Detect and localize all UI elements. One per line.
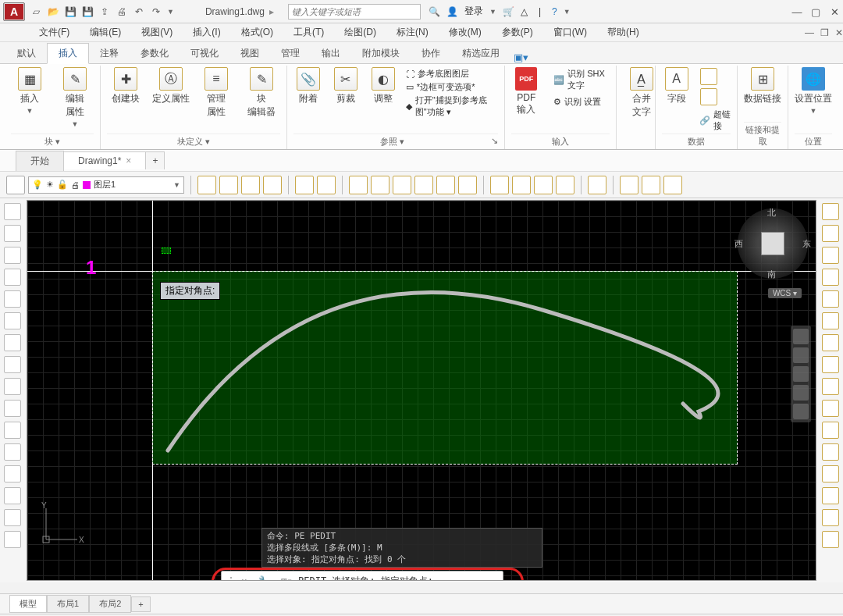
tb-c[interactable] [349, 176, 368, 194]
tb-j[interactable] [534, 176, 553, 194]
move-icon[interactable] [822, 203, 839, 220]
frame-options[interactable]: ▭*边框可变选项* [406, 81, 499, 93]
underlay-layers[interactable]: ⛶参考底图图层 [406, 68, 499, 80]
erase-icon[interactable] [822, 531, 839, 548]
menu-modify[interactable]: 修改(M) [449, 26, 482, 39]
stretch-icon[interactable] [822, 247, 839, 264]
tb-brush-icon[interactable] [588, 176, 606, 194]
ribbon-tab-param[interactable]: 参数化 [130, 44, 180, 63]
doc-minimize-icon[interactable]: — [805, 27, 814, 38]
ribbon-tab-manage[interactable]: 管理 [270, 44, 311, 63]
layer-props-icon[interactable] [6, 176, 25, 194]
spline2-icon[interactable] [4, 422, 21, 439]
search-icon[interactable]: 🔍 [429, 6, 440, 17]
ribbon-expand-icon[interactable]: ▣▾ [514, 52, 528, 63]
mirror-icon[interactable] [822, 269, 839, 286]
fillet-icon[interactable] [822, 465, 839, 482]
moveall-icon[interactable] [822, 334, 839, 351]
help-search-input[interactable] [288, 4, 421, 20]
login-label[interactable]: 登录 [464, 5, 483, 18]
extend-icon[interactable] [822, 422, 839, 439]
recognize-shx[interactable]: 🔤识别 SHX 文字 [553, 68, 610, 91]
offset-icon[interactable] [822, 290, 839, 308]
open-icon[interactable]: 📂 [47, 5, 59, 18]
field-button[interactable]: A字段 [662, 67, 692, 105]
minimize-icon[interactable]: — [791, 6, 802, 17]
polygon-icon[interactable] [4, 290, 21, 308]
merge-text-button[interactable]: A̲合并 文字 [623, 67, 660, 119]
web-save-icon[interactable]: ⇪ [98, 5, 111, 18]
pdf-import-button[interactable]: PDFPDF 输入 [511, 67, 541, 116]
plot-icon[interactable]: 🖨 [116, 5, 128, 18]
polyline-icon[interactable] [4, 225, 21, 242]
ribbon-tab-visualize[interactable]: 可视化 [180, 44, 229, 63]
tb-n[interactable] [663, 176, 682, 194]
ribbon-tab-annotate[interactable]: 注释 [89, 44, 130, 63]
scale-icon[interactable] [822, 378, 839, 395]
doc-close-icon[interactable]: ✕ [835, 27, 843, 38]
rectangle-icon[interactable] [4, 312, 21, 329]
hyperlink[interactable]: 🔗超链接 [699, 109, 731, 132]
arc2-icon[interactable] [4, 269, 21, 286]
tb-g[interactable] [458, 176, 477, 194]
app-icon[interactable]: △ [521, 6, 528, 17]
trim-icon[interactable] [822, 400, 839, 417]
file-tab-drawing1[interactable]: Drawing1* × [63, 151, 146, 169]
rotate-icon[interactable] [822, 356, 839, 373]
donut-icon[interactable] [4, 443, 21, 461]
ribbon-tab-collab[interactable]: 协作 [411, 44, 451, 63]
menu-help[interactable]: 帮助(H) [607, 26, 639, 39]
tb-h[interactable] [490, 176, 509, 194]
wcs-label[interactable]: WCS ▾ [768, 288, 802, 298]
block-editor-button[interactable]: ✎块 编辑器 [243, 67, 280, 119]
insert-block-button[interactable]: ▦插入▼ [11, 67, 48, 115]
tb-a[interactable] [295, 176, 314, 194]
maximize-icon[interactable]: ▢ [810, 6, 821, 17]
new-icon[interactable]: ▱ [30, 5, 42, 18]
set-location-button[interactable]: 🌐设置位置▼ [795, 67, 832, 115]
hatch-icon[interactable] [4, 487, 21, 504]
title-dropdown-icon[interactable]: ▸ [269, 6, 274, 17]
close-icon[interactable]: ✕ [829, 6, 840, 17]
manage-attr-button[interactable]: ≡管理 属性 [197, 67, 235, 119]
edit-attr-button[interactable]: ✎编辑 属性▼ [56, 67, 94, 128]
ribbon-tab-insert[interactable]: 插入 [47, 43, 89, 64]
snap-underlay[interactable]: ◆打开"捕捉到参考底图"功能 ▾ [406, 94, 499, 118]
tb-d[interactable] [371, 176, 389, 194]
copy-icon[interactable] [822, 225, 839, 242]
menu-param[interactable]: 参数(P) [502, 26, 533, 39]
attach-button[interactable]: 📎附着 [293, 67, 323, 105]
menu-tools[interactable]: 工具(T) [293, 26, 324, 39]
layout-tab-model[interactable]: 模型 [9, 595, 47, 613]
explode-icon[interactable] [822, 509, 839, 526]
menu-dimension[interactable]: 标注(N) [397, 26, 429, 39]
ribbon-tab-output[interactable]: 输出 [311, 44, 351, 63]
adjust-button[interactable]: ◐调整 [368, 67, 398, 105]
layer-off-icon[interactable] [263, 176, 282, 194]
user-icon[interactable]: 👤 [446, 6, 458, 17]
gradient-icon[interactable] [4, 509, 21, 526]
layer-dropdown[interactable]: 💡☀🔓🖨图层1▼ [28, 176, 184, 194]
revcloud-icon[interactable] [4, 400, 21, 417]
layout-tab-1[interactable]: 布局1 [47, 595, 89, 613]
create-block-button[interactable]: ✚创建块 [107, 67, 144, 105]
ole-icon[interactable] [700, 88, 717, 105]
viewcube[interactable]: 北 南 东 西 [738, 208, 808, 279]
nav-bar[interactable] [791, 326, 811, 422]
layer-match-icon[interactable] [197, 176, 216, 194]
tb-b[interactable] [317, 176, 336, 194]
ellipsearc-icon[interactable] [4, 378, 21, 395]
tb-f[interactable] [436, 176, 455, 194]
tb-m[interactable] [642, 176, 660, 194]
ribbon-tab-featured[interactable]: 精选应用 [451, 44, 510, 63]
ribbon-tab-default[interactable]: 默认 [6, 44, 47, 63]
spline-icon[interactable] [4, 334, 21, 351]
tb-i[interactable] [512, 176, 531, 194]
point-icon[interactable] [4, 465, 21, 482]
menu-draw[interactable]: 绘图(D) [344, 26, 376, 39]
array-icon[interactable] [822, 312, 839, 329]
chamfer-icon[interactable] [822, 487, 839, 504]
menu-view[interactable]: 视图(V) [141, 26, 173, 39]
menu-window[interactable]: 窗口(W) [553, 26, 587, 39]
file-tab-start[interactable]: 开始 [16, 151, 64, 171]
